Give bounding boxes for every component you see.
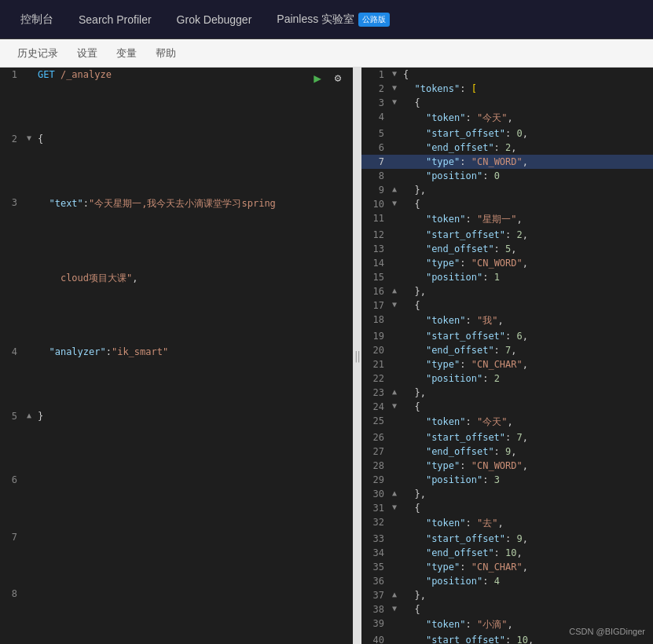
- output-line-35: 35 "type": "CN_CHAR",: [361, 560, 653, 574]
- output-line-32: 32 "token": "去",: [361, 515, 653, 532]
- output-line-24: 24 ▼ {: [361, 400, 653, 414]
- output-line-28: 28 "type": "CN_WORD",: [361, 459, 653, 473]
- editor-line-3-cont: cloud项目大课",: [0, 270, 353, 345]
- nav-variables[interactable]: 变量: [107, 39, 146, 68]
- editor-line-5: 5 ▲ }: [0, 409, 353, 474]
- editor-lines: 1 GET /_analyze 2 ▼ { 3 "text":"今天星期一,我今…: [0, 68, 353, 644]
- nav-item-painless[interactable]: Painless 实验室 公路版: [264, 0, 402, 39]
- editor-line-2: 2 ▼ {: [0, 132, 353, 196]
- editor-line-6: 6: [0, 473, 353, 529]
- output-line-1: 1 ▼ {: [361, 68, 653, 82]
- editor-line-3: 3 "text":"今天星期一,我今天去小滴课堂学习spring: [0, 196, 353, 270]
- output-line-21: 21 "type": "CN_CHAR",: [361, 357, 653, 371]
- output-line-13: 13 "end_offset": 5,: [361, 242, 653, 256]
- output-line-10: 10 ▼ {: [361, 197, 653, 211]
- output-line-11: 11 "token": "星期一",: [361, 211, 653, 228]
- left-editor-panel: ▶ ⚙ 1 GET /_analyze 2 ▼ { 3: [0, 68, 354, 644]
- nav-settings[interactable]: 设置: [68, 39, 107, 68]
- output-line-4: 4 "token": "今天",: [361, 110, 653, 126]
- editor-line-7: 7: [0, 530, 353, 587]
- main-content: ▶ ⚙ 1 GET /_analyze 2 ▼ { 3: [0, 68, 653, 644]
- output-line-16: 16 ▲ },: [361, 284, 653, 298]
- output-line-20: 20 "end_offset": 7,: [361, 343, 653, 357]
- output-line-38: 38 ▼ {: [361, 602, 653, 617]
- output-line-7: 7 "type": "CN_WORD",: [361, 155, 653, 169]
- output-line-8: 8 "position": 0: [361, 169, 653, 183]
- output-line-19: 19 "start_offset": 6,: [361, 329, 653, 343]
- output-line-40: 40 "start_offset": 10,: [361, 633, 653, 644]
- output-lines: 1 ▼ { 2 ▼ "tokens": [ 3 ▼ { 4 "token": [361, 68, 653, 644]
- settings-icon[interactable]: ⚙: [329, 69, 347, 86]
- editor-line-1: 1 GET /_analyze: [0, 68, 353, 132]
- output-line-23: 23 ▲ },: [361, 386, 653, 400]
- output-line-27: 27 "end_offset": 9,: [361, 445, 653, 459]
- output-line-33: 33 "start_offset": 9,: [361, 532, 653, 546]
- output-line-3: 3 ▼ {: [361, 96, 653, 110]
- second-navbar: 历史记录 设置 变量 帮助: [0, 39, 653, 68]
- output-line-26: 26 "start_offset": 7,: [361, 430, 653, 445]
- right-output-panel[interactable]: 1 ▼ { 2 ▼ "tokens": [ 3 ▼ { 4 "token": [361, 68, 653, 644]
- output-line-14: 14 "type": "CN_WORD",: [361, 256, 653, 270]
- nav-label-console: 控制台: [20, 13, 53, 27]
- nav-item-search-profiler[interactable]: Search Profiler: [66, 0, 164, 39]
- code-editor[interactable]: 1 GET /_analyze 2 ▼ { 3 "text":"今天星期一,我今…: [0, 68, 353, 644]
- output-line-5: 5 "start_offset": 0,: [361, 126, 653, 141]
- panel-divider[interactable]: ‖: [354, 68, 361, 644]
- output-line-30: 30 ▲ },: [361, 487, 653, 501]
- top-navbar: 控制台 Search Profiler Grok Debugger Painle…: [0, 0, 653, 39]
- output-line-15: 15 "position": 1: [361, 270, 653, 284]
- editor-line-8: 8: [0, 587, 353, 644]
- output-line-34: 34 "end_offset": 10,: [361, 546, 653, 560]
- output-line-25: 25 "token": "今天",: [361, 414, 653, 430]
- nav-label-search-profiler: Search Profiler: [79, 13, 152, 26]
- nav-item-console[interactable]: 控制台: [8, 0, 66, 39]
- output-line-17: 17 ▼ {: [361, 298, 653, 313]
- nav-item-grok-debugger[interactable]: Grok Debugger: [164, 0, 265, 39]
- output-line-29: 29 "position": 3: [361, 473, 653, 487]
- editor-toolbar: ▶ ⚙: [309, 69, 347, 86]
- painless-badge: 公路版: [358, 13, 390, 27]
- output-line-9: 9 ▲ },: [361, 183, 653, 197]
- output-line-31: 31 ▼ {: [361, 501, 653, 515]
- output-line-2: 2 ▼ "tokens": [: [361, 82, 653, 96]
- nav-label-painless: Painless 实验室: [277, 13, 354, 27]
- run-button[interactable]: ▶: [309, 69, 326, 86]
- output-line-18: 18 "token": "我",: [361, 313, 653, 329]
- output-line-39: 39 "token": "小滴",: [361, 617, 653, 633]
- nav-label-grok-debugger: Grok Debugger: [177, 13, 252, 26]
- output-line-37: 37 ▲ },: [361, 588, 653, 602]
- output-line-12: 12 "start_offset": 2,: [361, 228, 653, 242]
- output-line-6: 6 "end_offset": 2,: [361, 141, 653, 155]
- output-line-22: 22 "position": 2: [361, 371, 653, 386]
- output-line-36: 36 "position": 4: [361, 574, 653, 588]
- nav-history[interactable]: 历史记录: [8, 39, 68, 68]
- editor-line-4: 4 "analyzer":"ik_smart": [0, 345, 353, 409]
- nav-help[interactable]: 帮助: [146, 39, 185, 68]
